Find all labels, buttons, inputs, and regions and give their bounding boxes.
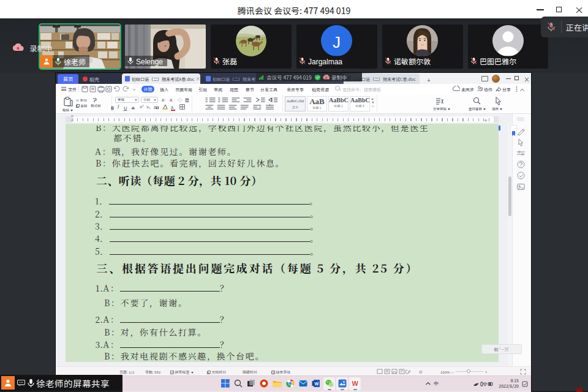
- svg-text:W: W: [315, 382, 319, 386]
- svg-text:W: W: [352, 380, 359, 387]
